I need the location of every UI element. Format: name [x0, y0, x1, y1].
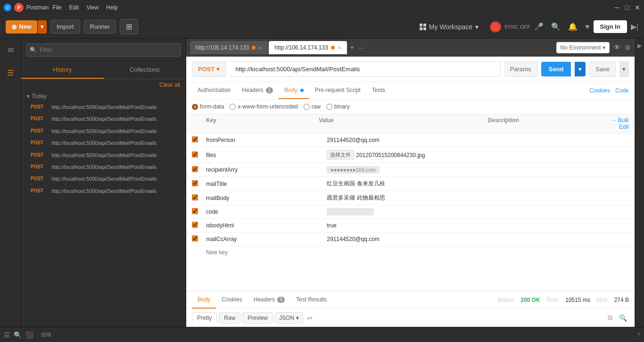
radio-raw[interactable]: raw [304, 103, 321, 110]
send-button[interactable]: Send [541, 62, 571, 76]
list-item[interactable]: POST http://localhost:5000/api/SendMail/… [27, 113, 180, 125]
row-check-4[interactable] [192, 194, 206, 202]
radio-form-data[interactable]: form-data [192, 103, 224, 110]
resp-tab-headers[interactable]: Headers 5 [248, 292, 290, 309]
list-item[interactable]: POST http://localhost:5000/api/SendMail/… [27, 150, 180, 161]
right-strip-icon[interactable]: ▶ [637, 42, 642, 49]
row-check-1[interactable] [192, 151, 206, 159]
request-tab-1[interactable]: http://106.14.174.133 ✕ [269, 41, 347, 54]
raw-button[interactable]: Raw [219, 312, 240, 324]
url-input[interactable] [230, 61, 500, 77]
list-item[interactable]: POST http://localhost:5000/api/SendMail/… [27, 161, 180, 173]
pretty-button[interactable]: Pretty [192, 312, 217, 324]
key-mailbody[interactable]: mailBody [206, 195, 327, 201]
copy-button[interactable]: ⧉ [606, 312, 614, 324]
row-check-3[interactable] [192, 180, 206, 188]
maximize-button[interactable]: □ [625, 4, 629, 11]
bulk-edit-button[interactable]: Bulk Edit [618, 117, 629, 130]
tab-body[interactable]: Body [279, 82, 309, 99]
tab-authorization[interactable]: Authorization [192, 82, 236, 99]
val-fromperson[interactable]: 291144520@qq.com [327, 137, 508, 143]
search-icon[interactable]: 🔍 [551, 22, 561, 31]
heart-icon[interactable]: ♥ [585, 23, 590, 31]
list-item[interactable]: POST http://localhost:5000/api/SendMail/… [27, 137, 180, 149]
save-button[interactable]: Save [589, 61, 616, 77]
key-mailtitle[interactable]: mailTitle [206, 181, 327, 187]
import-button[interactable]: Import [50, 20, 80, 33]
bell-icon[interactable]: 🔔 [568, 22, 578, 31]
tab-prerequest[interactable]: Pre-request Script [309, 82, 366, 99]
tab-history[interactable]: History [21, 61, 104, 79]
format-selector[interactable]: JSON ▾ [275, 312, 303, 324]
history-icon[interactable]: ☰ [3, 65, 18, 80]
bottom-sidebar-icon[interactable]: ☰ [4, 331, 10, 339]
radio-binary[interactable]: binary [326, 103, 350, 110]
row-check-5[interactable] [192, 208, 206, 216]
close-button[interactable]: ✕ [635, 4, 640, 11]
more-tabs-button[interactable]: ··· [357, 44, 366, 51]
workspace-button[interactable]: My Workspace ▾ [420, 23, 479, 31]
val-mailccarray[interactable]: 291144520@qq.com [327, 236, 508, 242]
preview-button[interactable]: Preview [242, 312, 273, 324]
new-key-input[interactable] [206, 249, 629, 256]
mail-icon[interactable]: ✉ [3, 42, 18, 58]
tab-tests[interactable]: Tests [366, 82, 391, 99]
method-selector[interactable]: POST ▾ [192, 61, 226, 77]
env-eye-icon[interactable]: 👁 [613, 43, 621, 52]
list-item[interactable]: POST http://localhost:5000/api/SendMail/… [27, 173, 180, 185]
radio-urlencoded[interactable]: x-www-form-urlencoded [230, 103, 297, 110]
tab-collections[interactable]: Collections [104, 61, 186, 79]
row-check-0[interactable] [192, 136, 206, 144]
mic-icon[interactable]: 🎤 [534, 22, 544, 31]
bottom-help-icon[interactable]: ? [637, 332, 640, 338]
cookies-link[interactable]: Cookies [590, 87, 610, 94]
val-files[interactable]: 选择文件 20120705152008442​30.jpg [327, 150, 508, 160]
val-recipient[interactable]: ●●●●●●●●163.com [327, 166, 508, 174]
resp-tab-cookies[interactable]: Cookies [216, 292, 248, 309]
filter-input[interactable] [26, 43, 181, 57]
send-dropdown-button[interactable]: ▾ [575, 62, 586, 76]
params-button[interactable]: Params [504, 61, 537, 77]
key-code[interactable]: code [206, 209, 327, 215]
new-dropdown-arrow[interactable]: ▾ [38, 20, 47, 33]
key-files[interactable]: files [206, 152, 327, 158]
more-options-icon[interactable]: ··· [611, 117, 616, 124]
env-gear-icon[interactable]: ⚙ [625, 44, 631, 51]
code-link[interactable]: Code [615, 87, 629, 94]
row-check-6[interactable] [192, 222, 206, 229]
search-response-button[interactable]: 🔍 [617, 312, 629, 324]
minimize-button[interactable]: ─ [615, 4, 619, 11]
environment-select[interactable]: No Environment ▾ [556, 42, 610, 53]
menu-view[interactable]: View [86, 4, 99, 11]
request-tab-0[interactable]: http://106.14.174.133 ✕ [190, 41, 268, 54]
wrap-icon[interactable]: ⇌ [305, 312, 314, 324]
menu-file[interactable]: File [52, 4, 61, 11]
signin-button[interactable]: Sign In [594, 20, 627, 33]
val-isbodyhtml[interactable]: true [327, 222, 508, 229]
key-fromperson[interactable]: fromPerson [206, 137, 327, 143]
menu-help[interactable]: Help [106, 4, 118, 11]
key-recipient[interactable]: recipientArry [206, 167, 327, 173]
val-code[interactable] [327, 208, 508, 216]
new-button[interactable]: ⊕ New [6, 20, 37, 33]
menu-edit[interactable]: Edit [69, 4, 79, 11]
tab-close-icon[interactable]: ✕ [258, 45, 262, 50]
side-panel-icon[interactable]: ▶| [631, 22, 638, 31]
row-check-7[interactable] [192, 235, 206, 243]
bottom-search-icon[interactable]: 🔍 [14, 331, 22, 339]
val-mailbody[interactable]: 愿君多采撷 此物最相思 [327, 194, 508, 202]
list-item[interactable]: POST http://localhost:5000/api/SendMail/… [27, 101, 180, 113]
clear-all-button[interactable]: Clear all [159, 82, 180, 88]
save-dropdown-button[interactable]: ▾ [619, 61, 629, 77]
builder-button[interactable]: ⊞ [120, 19, 138, 34]
val-mailtitle[interactable]: 红豆生南国 春来发几枝 [327, 180, 508, 188]
key-isbodyhtml[interactable]: isbodyHtml [206, 222, 327, 229]
bottom-console-icon[interactable]: ⬛ [25, 331, 33, 339]
file-picker-button[interactable]: 选择文件 [327, 150, 354, 160]
list-item[interactable]: POST http://localhost:5000/api/SendMail/… [27, 125, 180, 137]
key-mailccarray[interactable]: mailCcArray [206, 236, 327, 242]
runner-button[interactable]: Runner [84, 20, 116, 33]
list-item[interactable]: POST http://localhost:5000/api/SendMail/… [27, 185, 180, 197]
tab-headers[interactable]: Headers 1 [236, 82, 279, 99]
resp-tab-body[interactable]: Body [192, 292, 216, 309]
